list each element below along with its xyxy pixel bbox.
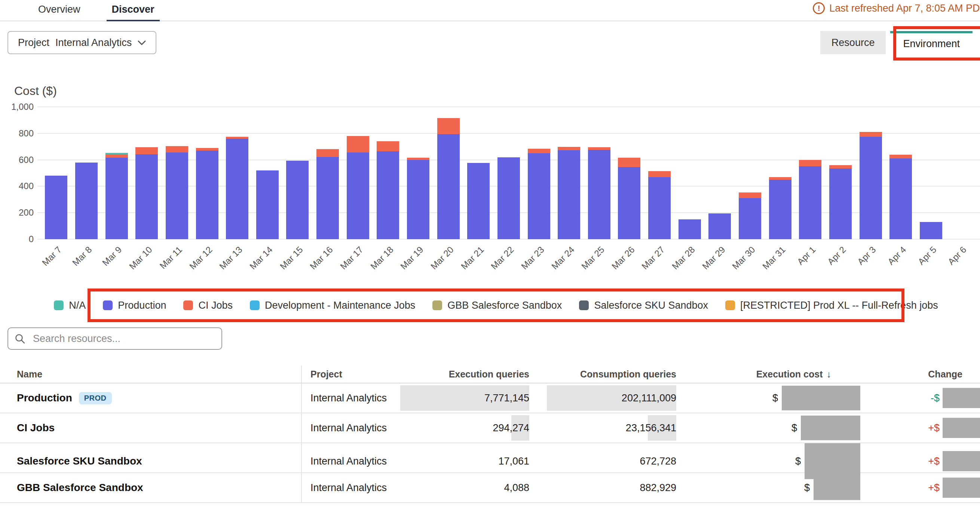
- bar-apr-4[interactable]: [886, 107, 916, 239]
- bar-segment-production[interactable]: [679, 219, 701, 239]
- bar-segment-production[interactable]: [317, 157, 339, 239]
- bar-mar-15[interactable]: [282, 107, 313, 239]
- column-header-change[interactable]: Change: [860, 369, 980, 380]
- bar-mar-22[interactable]: [494, 107, 524, 239]
- bar-segment-production[interactable]: [528, 153, 550, 239]
- bar-segment-production[interactable]: [920, 222, 942, 239]
- bar-segment-production[interactable]: [769, 180, 791, 239]
- bar-segment-production[interactable]: [648, 177, 671, 239]
- bar-apr-6[interactable]: [946, 107, 976, 239]
- bar-segment-ci-jobs[interactable]: [347, 136, 369, 152]
- table-row-production[interactable]: ProductionPRODInternal Analytics7,771,14…: [0, 384, 980, 413]
- bar-segment-production[interactable]: [226, 139, 248, 239]
- bar-mar-25[interactable]: [584, 107, 614, 239]
- project-selector[interactable]: Project Internal Analytics: [8, 31, 156, 54]
- legend-item-production[interactable]: Production: [103, 300, 166, 311]
- bar-mar-26[interactable]: [614, 107, 644, 239]
- bar-mar-9[interactable]: [101, 107, 132, 239]
- bar-segment-production[interactable]: [347, 152, 369, 239]
- bar-apr-3[interactable]: [856, 107, 886, 239]
- bar-segment-production[interactable]: [196, 151, 218, 239]
- column-header-consumption-queries[interactable]: Consumption queries: [529, 369, 676, 380]
- bar-mar-27[interactable]: [644, 107, 675, 239]
- legend-item-gbb-salesforce-sandbox[interactable]: GBB Salesforce Sandbox: [433, 300, 562, 311]
- bar-mar-23[interactable]: [523, 107, 554, 239]
- legend-item-n-a[interactable]: N/A: [54, 300, 86, 311]
- search-input[interactable]: [8, 327, 222, 350]
- tab-discover[interactable]: Discover: [107, 4, 160, 21]
- bar-mar-18[interactable]: [373, 107, 403, 239]
- bar-mar-13[interactable]: [222, 107, 253, 239]
- bar-segment-ci-jobs[interactable]: [588, 147, 611, 150]
- bar-segment-ci-jobs[interactable]: [135, 147, 158, 154]
- bar-segment-production[interactable]: [829, 168, 852, 239]
- column-header-execution-cost[interactable]: Execution cost ↓: [676, 369, 860, 380]
- bar-segment-production[interactable]: [135, 154, 158, 239]
- bar-mar-24[interactable]: [554, 107, 584, 239]
- bar-mar-21[interactable]: [463, 107, 494, 239]
- bar-segment-production[interactable]: [377, 151, 399, 239]
- bar-segment-ci-jobs[interactable]: [105, 154, 128, 158]
- legend-item-ci-jobs[interactable]: CI Jobs: [183, 300, 233, 311]
- bar-segment-ci-jobs[interactable]: [889, 155, 912, 159]
- bar-segment-ci-jobs[interactable]: [317, 149, 339, 157]
- bar-mar-16[interactable]: [313, 107, 343, 239]
- bar-segment-ci-jobs[interactable]: [769, 177, 791, 180]
- bar-segment-ci-jobs[interactable]: [166, 146, 188, 152]
- bar-apr-2[interactable]: [826, 107, 856, 239]
- bar-segment-production[interactable]: [45, 176, 67, 239]
- bar-mar-14[interactable]: [252, 107, 282, 239]
- legend-item-restricted-prod-xl-full-refresh-jobs[interactable]: [RESTRICTED] Prod XL -- Full-Refresh job…: [725, 300, 938, 311]
- bar-mar-19[interactable]: [403, 107, 434, 239]
- bar-segment-ci-jobs[interactable]: [528, 149, 550, 153]
- bar-segment-production[interactable]: [558, 150, 580, 239]
- bar-mar-30[interactable]: [735, 107, 765, 239]
- bar-apr-5[interactable]: [916, 107, 947, 239]
- bar-segment-production[interactable]: [708, 213, 731, 239]
- bar-mar-29[interactable]: [705, 107, 735, 239]
- bar-segment-production[interactable]: [799, 166, 821, 239]
- column-header-project[interactable]: Project: [302, 369, 416, 380]
- bar-segment-production[interactable]: [286, 161, 309, 239]
- bar-segment-ci-jobs[interactable]: [648, 171, 671, 177]
- bar-segment-ci-jobs[interactable]: [377, 141, 399, 151]
- bar-segment-ci-jobs[interactable]: [558, 147, 580, 150]
- bar-segment-production[interactable]: [889, 159, 912, 239]
- bar-segment-production[interactable]: [859, 137, 882, 239]
- bar-mar-17[interactable]: [343, 107, 373, 239]
- bar-mar-31[interactable]: [765, 107, 795, 239]
- environment-toggle-button[interactable]: Environment: [890, 31, 972, 54]
- bar-apr-1[interactable]: [795, 107, 826, 239]
- table-row-ci-jobs[interactable]: CI JobsInternal Analytics294,27423,156,3…: [0, 413, 980, 443]
- bar-segment-production[interactable]: [166, 152, 188, 239]
- bar-segment-production[interactable]: [437, 134, 460, 239]
- bar-segment-production[interactable]: [105, 158, 128, 239]
- bar-mar-8[interactable]: [72, 107, 102, 239]
- table-row-gbb-salesforce-sandbox[interactable]: GBB Salesforce SandboxInternal Analytics…: [0, 473, 980, 503]
- bar-segment-ci-jobs[interactable]: [829, 165, 852, 168]
- bar-segment-ci-jobs[interactable]: [618, 158, 640, 167]
- bar-mar-28[interactable]: [675, 107, 705, 239]
- bar-segment-production[interactable]: [407, 160, 430, 239]
- bar-segment-production[interactable]: [588, 150, 611, 239]
- tab-overview[interactable]: Overview: [33, 4, 86, 21]
- bar-segment-ci-jobs[interactable]: [437, 118, 460, 134]
- bar-segment-production[interactable]: [618, 167, 640, 239]
- bar-mar-20[interactable]: [433, 107, 463, 239]
- legend-item-salesforce-sku-sandbox[interactable]: Salesforce SKU Sandbox: [579, 300, 708, 311]
- column-header-execution-queries[interactable]: Execution queries: [416, 369, 529, 380]
- bar-segment-production[interactable]: [467, 163, 490, 239]
- bar-mar-11[interactable]: [162, 107, 192, 239]
- bar-mar-10[interactable]: [132, 107, 162, 239]
- bar-segment-production[interactable]: [75, 163, 98, 239]
- table-row-salesforce-sku-sandbox[interactable]: Salesforce SKU SandboxInternal Analytics…: [0, 443, 980, 473]
- bar-segment-production[interactable]: [256, 170, 278, 239]
- bar-segment-ci-jobs[interactable]: [739, 192, 761, 198]
- bar-segment-production[interactable]: [498, 157, 520, 239]
- legend-item-development-maintenance-jobs[interactable]: Development - Maintenance Jobs: [250, 300, 415, 311]
- bar-mar-7[interactable]: [41, 107, 72, 239]
- bar-segment-ci-jobs[interactable]: [859, 132, 882, 136]
- bar-segment-production[interactable]: [739, 198, 761, 239]
- bar-mar-12[interactable]: [192, 107, 222, 239]
- column-header-name[interactable]: Name: [0, 365, 302, 383]
